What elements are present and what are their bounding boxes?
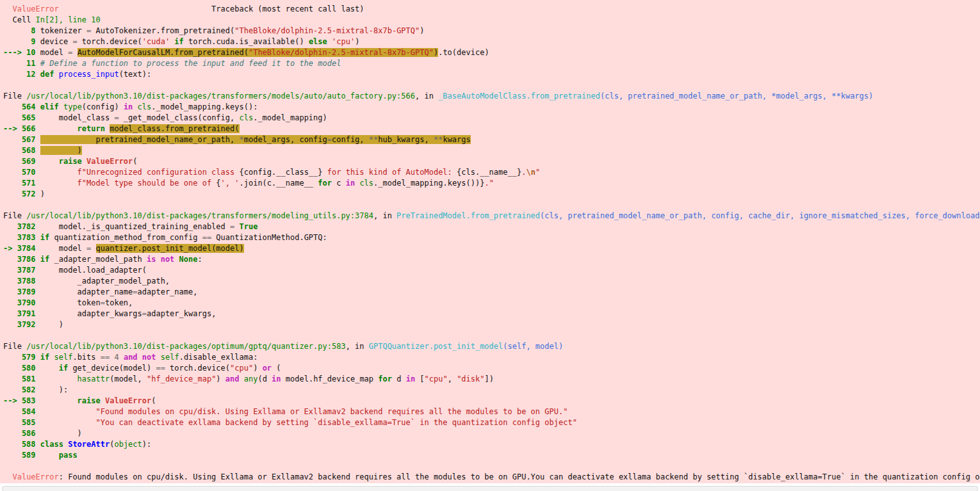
source-line-current: -> 3784 model = quantizer.post_init_mode… bbox=[3, 243, 980, 254]
source-line: 579 if self.bits == 4 and not self.disab… bbox=[3, 352, 980, 363]
source-line-current: ---> 10 model = AutoModelForCausalLM.fro… bbox=[3, 47, 980, 58]
source-line: 572 ) bbox=[3, 189, 980, 200]
blank-line bbox=[3, 200, 980, 211]
source-line: 9 device = torch.device('cuda' if torch.… bbox=[3, 36, 980, 47]
source-line: 3790 token=token, bbox=[3, 298, 980, 309]
source-line-current: --> 583 raise ValueError( bbox=[3, 396, 980, 406]
source-line: 3789 adapter_name=adapter_name, bbox=[3, 287, 980, 298]
source-line: 568 ) bbox=[3, 145, 980, 156]
blank-line bbox=[3, 80, 980, 91]
blank-line bbox=[3, 330, 980, 341]
source-line: 589 pass bbox=[3, 450, 980, 461]
source-line: 586 ) bbox=[3, 428, 980, 439]
source-line: 3783 if quantization_method_from_config … bbox=[3, 232, 980, 243]
source-line: 567 pretrained_model_name_or_path, *mode… bbox=[3, 134, 980, 145]
source-line: 564 elif type(config) in cls._model_mapp… bbox=[3, 102, 980, 113]
error-message-line: ValueError: Found modules on cpu/disk. U… bbox=[3, 472, 980, 483]
source-line: 12 def process_input(text): bbox=[3, 69, 980, 80]
horizontal-scrollbar[interactable] bbox=[2, 486, 978, 491]
source-line: 585 "You can deactivate exllama backend … bbox=[3, 417, 980, 428]
source-line: 3792 ) bbox=[3, 319, 980, 330]
source-line: 580 if get_device(model) == torch.device… bbox=[3, 363, 980, 374]
source-line: 588 class StoreAttr(object): bbox=[3, 439, 980, 450]
source-line: 3782 model._is_quantized_training_enable… bbox=[3, 221, 980, 232]
source-line: 565 model_class = _get_model_class(confi… bbox=[3, 113, 980, 124]
source-line-current: --> 566 return model_class.from_pretrain… bbox=[3, 124, 980, 134]
source-line: 569 raise ValueError( bbox=[3, 156, 980, 167]
source-line: 582 ): bbox=[3, 385, 980, 396]
source-line: 3786 if _adapter_model_path is not None: bbox=[3, 254, 980, 265]
frame-file-line: File /usr/local/lib/python3.10/dist-pack… bbox=[3, 341, 980, 352]
source-line: 570 f"Unrecognized configuration class {… bbox=[3, 167, 980, 178]
source-line: 581 hasattr(model, "hf_device_map") and … bbox=[3, 374, 980, 385]
source-line: 3788 _adapter_model_path, bbox=[3, 276, 980, 287]
traceback-output: ValueError Traceback (most recent call l… bbox=[0, 0, 980, 483]
source-line: 3791 adapter_kwargs=adapter_kwargs, bbox=[3, 309, 980, 319]
frame-file-line: File /usr/local/lib/python3.10/dist-pack… bbox=[3, 211, 980, 221]
source-line: 11 # Define a function to process the in… bbox=[3, 58, 980, 69]
source-line: 8 tokenizer = AutoTokenizer.from_pretrai… bbox=[3, 26, 980, 36]
source-line: 584 "Found modules on cpu/disk. Using Ex… bbox=[3, 406, 980, 417]
cell-ref-line: Cell In[2], line 10 bbox=[3, 15, 980, 26]
source-line: 571 f"Model type should be one of {', '.… bbox=[3, 178, 980, 189]
frame-file-line: File /usr/local/lib/python3.10/dist-pack… bbox=[3, 91, 980, 102]
traceback-header: ValueError Traceback (most recent call l… bbox=[3, 4, 980, 15]
blank-line bbox=[3, 461, 980, 472]
source-line: 3787 model.load_adapter( bbox=[3, 265, 980, 276]
